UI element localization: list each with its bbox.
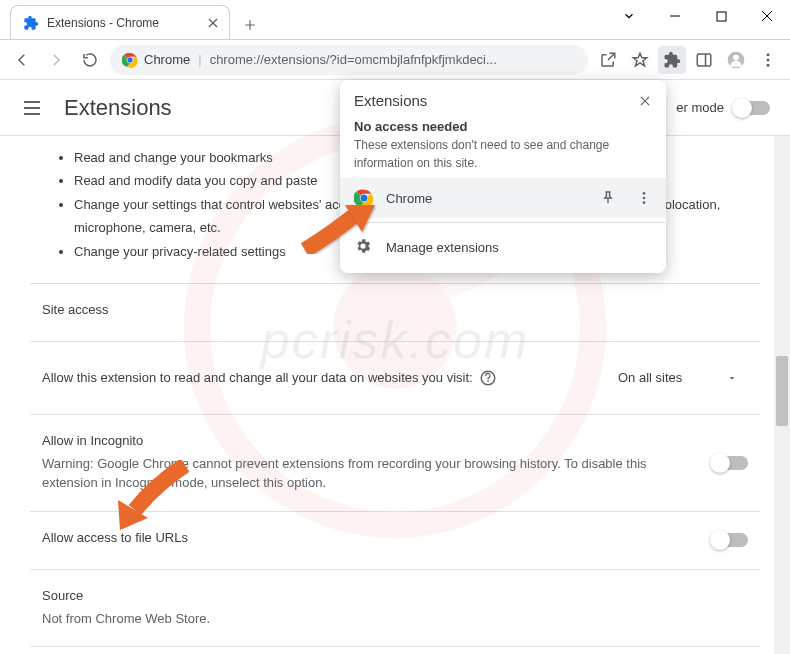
extensions-popup: Extensions No access needed These extens… xyxy=(340,80,666,273)
chrome-icon xyxy=(122,52,138,68)
popup-item-label: Chrome xyxy=(386,191,588,206)
page-title: Extensions xyxy=(64,95,172,121)
source-desc: Not from Chrome Web Store. xyxy=(42,609,748,629)
close-icon[interactable] xyxy=(205,15,221,31)
share-icon[interactable] xyxy=(594,46,622,74)
incognito-toggle[interactable] xyxy=(712,456,748,470)
menu-dots-icon[interactable] xyxy=(754,46,782,74)
address-bar[interactable]: Chrome | chrome://extensions/?id=omcmbjl… xyxy=(110,45,588,75)
site-access-allow-row: Allow this extension to read and change … xyxy=(30,341,760,414)
svg-point-15 xyxy=(643,192,646,195)
manage-extensions-label: Manage extensions xyxy=(386,240,652,255)
svg-point-17 xyxy=(643,201,646,204)
file-urls-row: Allow access to file URLs xyxy=(30,511,760,569)
popup-close-icon[interactable] xyxy=(638,94,652,108)
svg-point-16 xyxy=(643,197,646,200)
allow-read-label: Allow this extension to read and change … xyxy=(42,370,473,385)
site-access-value: On all sites xyxy=(618,370,682,385)
browser-tab[interactable]: Extensions - Chrome xyxy=(10,5,230,39)
pin-icon[interactable] xyxy=(600,190,616,206)
dropdown-button[interactable] xyxy=(606,0,652,32)
svg-rect-0 xyxy=(717,12,726,21)
back-button[interactable] xyxy=(8,46,36,74)
site-access-section: Site access xyxy=(30,283,760,341)
svg-point-5 xyxy=(733,54,739,60)
popup-title: Extensions xyxy=(354,92,427,109)
maximize-button[interactable] xyxy=(698,0,744,32)
incognito-desc: Warning: Google Chrome cannot prevent ex… xyxy=(42,454,672,493)
minimize-button[interactable] xyxy=(652,0,698,32)
vertical-scrollbar[interactable] xyxy=(774,136,790,654)
extensions-icon[interactable] xyxy=(658,46,686,74)
svg-rect-3 xyxy=(697,54,711,66)
site-access-select[interactable]: On all sites xyxy=(608,360,748,396)
window-controls xyxy=(606,0,790,32)
scrollbar-thumb[interactable] xyxy=(776,356,788,426)
item-more-icon[interactable] xyxy=(636,190,652,206)
svg-point-6 xyxy=(767,53,770,56)
omnibox-url: chrome://extensions/?id=omcmbjlafnfpkfjm… xyxy=(210,52,576,67)
developer-mode-toggle[interactable] xyxy=(734,101,770,115)
incognito-row: Allow in Incognito Warning: Google Chrom… xyxy=(30,414,760,511)
bookmark-star-icon[interactable] xyxy=(626,46,654,74)
incognito-heading: Allow in Incognito xyxy=(42,433,672,448)
help-icon[interactable] xyxy=(473,369,497,387)
developer-mode-row: er mode xyxy=(676,100,770,115)
popup-subtitle: No access needed xyxy=(354,119,652,134)
site-access-heading: Site access xyxy=(42,302,748,317)
manage-extensions-item[interactable]: Manage extensions xyxy=(340,227,666,267)
popup-extension-item[interactable]: Chrome xyxy=(340,178,666,218)
omnibox-host: Chrome xyxy=(144,52,190,67)
window-close-button[interactable] xyxy=(744,0,790,32)
hamburger-icon[interactable] xyxy=(20,96,64,120)
svg-point-8 xyxy=(767,63,770,66)
file-urls-toggle[interactable] xyxy=(712,533,748,547)
remove-extension-row[interactable]: Remove extension xyxy=(30,646,760,654)
svg-point-7 xyxy=(767,58,770,61)
side-panel-icon[interactable] xyxy=(690,46,718,74)
chrome-origin-chip: Chrome xyxy=(122,52,190,68)
new-tab-button[interactable] xyxy=(236,11,264,39)
svg-point-2 xyxy=(127,57,132,62)
popup-divider xyxy=(340,222,666,223)
browser-toolbar: Chrome | chrome://extensions/?id=omcmbjl… xyxy=(0,40,790,80)
gear-icon xyxy=(354,237,374,257)
file-urls-heading: Allow access to file URLs xyxy=(42,530,188,545)
window-titlebar: Extensions - Chrome xyxy=(0,0,790,40)
source-heading: Source xyxy=(42,588,748,603)
popup-description: These extensions don't need to see and c… xyxy=(354,136,652,172)
source-section: Source Not from Chrome Web Store. xyxy=(30,569,760,647)
chrome-extension-icon xyxy=(354,188,374,208)
profile-avatar-icon[interactable] xyxy=(722,46,750,74)
puzzle-icon xyxy=(23,15,47,31)
developer-mode-label: er mode xyxy=(676,100,724,115)
reload-button[interactable] xyxy=(76,46,104,74)
tab-title: Extensions - Chrome xyxy=(47,16,205,30)
dropdown-caret-icon xyxy=(726,372,738,384)
forward-button[interactable] xyxy=(42,46,70,74)
